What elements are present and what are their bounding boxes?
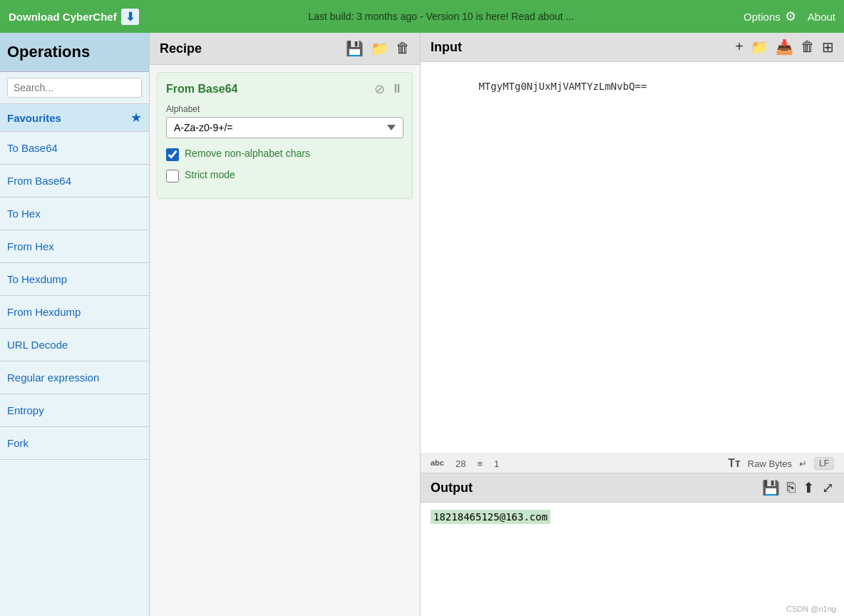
sidebar-op-regular-expression[interactable]: Regular expression: [0, 361, 149, 394]
build-info: Last build: 3 months ago - Version 10 is…: [150, 11, 732, 22]
output-section: Output 💾 ⎘ ⬆ ⤢ 18218465125@163.com: [421, 473, 844, 616]
recipe-toolbar: 💾 📁 🗑: [346, 40, 410, 57]
char-count: 28: [456, 458, 465, 469]
input-add-button[interactable]: +: [735, 38, 743, 56]
input-stats: abc 28 ≡ 1: [431, 458, 499, 469]
char-count-icon: abc: [431, 458, 444, 469]
card-header: From Base64 ⊘ ⏸: [166, 81, 403, 97]
recipe-body: From Base64 ⊘ ⏸ Alphabet A-Za-z0-9+/=A-Z…: [150, 65, 420, 616]
input-value: MTgyMTg0NjUxMjVAMTYzLmNvbQ==: [478, 81, 647, 92]
sidebar: Operations Favourites ★ To Base64From Ba…: [0, 33, 150, 616]
alphabet-label: Alphabet: [166, 104, 403, 114]
download-label: Download CyberChef: [9, 11, 117, 23]
line-count-icon: ≡: [477, 458, 483, 469]
input-open-button[interactable]: 📁: [751, 38, 768, 56]
operations-title: Operations: [0, 33, 149, 72]
recipe-trash-button[interactable]: 🗑: [396, 40, 410, 57]
raw-bytes-button[interactable]: Raw Bytes: [748, 458, 792, 469]
sidebar-op-url-decode[interactable]: URL Decode: [0, 329, 149, 361]
sidebar-op-to-hexdump[interactable]: To Hexdump: [0, 263, 149, 296]
sidebar-op-from-hexdump[interactable]: From Hexdump: [0, 296, 149, 329]
input-statusbar: abc 28 ≡ 1 Tт Raw Bytes ↵ LF: [421, 453, 844, 473]
lf-badge[interactable]: LF: [814, 457, 834, 470]
gear-icon: ⚙: [785, 9, 796, 24]
favourites-label: Favourites: [7, 112, 61, 124]
topbar: Download CyberChef ⬇ Last build: 3 month…: [0, 0, 844, 33]
output-expand-button[interactable]: ⤢: [822, 479, 834, 496]
remove-nonalpha-label[interactable]: Remove non-alphabet chars: [185, 147, 310, 160]
input-trash-button[interactable]: 🗑: [801, 38, 815, 56]
strict-mode-row: Strict mode: [166, 168, 403, 183]
options-button[interactable]: Options ⚙: [743, 9, 796, 24]
card-disable-button[interactable]: ⊘: [374, 81, 385, 97]
input-section: Input + 📁 📥 🗑 ⊞ MTgyMTg0NjUxMjVAMTYzLmNv…: [421, 33, 844, 473]
star-icon: ★: [130, 110, 142, 125]
download-area[interactable]: Download CyberChef ⬇: [9, 9, 139, 25]
output-upload-button[interactable]: ⬆: [803, 479, 815, 496]
watermark: CSDN @n1ng.: [786, 605, 838, 613]
search-input[interactable]: [7, 78, 142, 98]
sidebar-op-to-hex[interactable]: To Hex: [0, 197, 149, 230]
input-import-button[interactable]: 📥: [776, 38, 793, 56]
recipe-panel: Recipe 💾 📁 🗑 From Base64 ⊘ ⏸ Alphabet A: [150, 33, 421, 616]
card-pause-button[interactable]: ⏸: [391, 81, 403, 97]
main-layout: Operations Favourites ★ To Base64From Ba…: [0, 33, 844, 616]
download-icon: ⬇: [121, 9, 139, 25]
tt-icon: Tт: [728, 457, 741, 470]
alphabet-section: Alphabet A-Za-z0-9+/=A-Za-z0-9-_A-Za-z0-…: [166, 104, 403, 138]
output-save-button[interactable]: 💾: [762, 479, 780, 496]
alphabet-select[interactable]: A-Za-z0-9+/=A-Za-z0-9-_A-Za-z0-9+/ (no p…: [166, 117, 403, 138]
sidebar-op-fork[interactable]: Fork: [0, 427, 149, 460]
card-title: From Base64: [166, 83, 238, 96]
output-title: Output: [431, 481, 473, 496]
recipe-save-button[interactable]: 💾: [346, 40, 364, 57]
strict-mode-checkbox[interactable]: [166, 170, 179, 183]
operations-list: To Base64From Base64To HexFrom HexTo Hex…: [0, 132, 149, 616]
output-area: 18218465125@163.com: [421, 503, 844, 616]
output-copy-button[interactable]: ⎘: [787, 479, 796, 496]
sidebar-op-from-hex[interactable]: From Hex: [0, 230, 149, 263]
strict-mode-label[interactable]: Strict mode: [185, 168, 235, 181]
card-icons: ⊘ ⏸: [374, 81, 403, 97]
input-grid-button[interactable]: ⊞: [822, 38, 834, 56]
recipe-header: Recipe 💾 📁 🗑: [150, 33, 420, 65]
search-box: [0, 72, 149, 104]
remove-nonalpha-checkbox[interactable]: [166, 148, 179, 161]
about-label: About: [808, 11, 835, 23]
right-panel: Input + 📁 📥 🗑 ⊞ MTgyMTg0NjUxMjVAMTYzLmNv…: [421, 33, 844, 616]
sidebar-op-to-base64[interactable]: To Base64: [0, 132, 149, 165]
recipe-title: Recipe: [160, 41, 202, 56]
output-header: Output 💾 ⎘ ⬆ ⤢: [421, 473, 844, 503]
recipe-open-button[interactable]: 📁: [371, 40, 388, 57]
input-title: Input: [431, 40, 462, 55]
from-base64-card: From Base64 ⊘ ⏸ Alphabet A-Za-z0-9+/=A-Z…: [157, 72, 413, 199]
output-value: 18218465125@163.com: [431, 510, 550, 524]
input-toolbar: + 📁 📥 🗑 ⊞: [735, 38, 834, 56]
input-controls: Tт Raw Bytes ↵ LF: [728, 457, 834, 470]
remove-nonalpha-row: Remove non-alphabet chars: [166, 147, 403, 161]
sidebar-op-entropy[interactable]: Entropy: [0, 394, 149, 427]
newline-icon: ↵: [799, 458, 807, 469]
input-header: Input + 📁 📥 🗑 ⊞: [421, 33, 844, 62]
sidebar-op-from-base64[interactable]: From Base64: [0, 165, 149, 197]
output-toolbar: 💾 ⎘ ⬆ ⤢: [762, 479, 834, 496]
favourites-row: Favourites ★: [0, 104, 149, 132]
input-area[interactable]: MTgyMTg0NjUxMjVAMTYzLmNvbQ==: [421, 62, 844, 453]
options-label: Options: [743, 11, 781, 23]
line-count: 1: [494, 458, 499, 469]
about-button[interactable]: About: [808, 11, 835, 23]
